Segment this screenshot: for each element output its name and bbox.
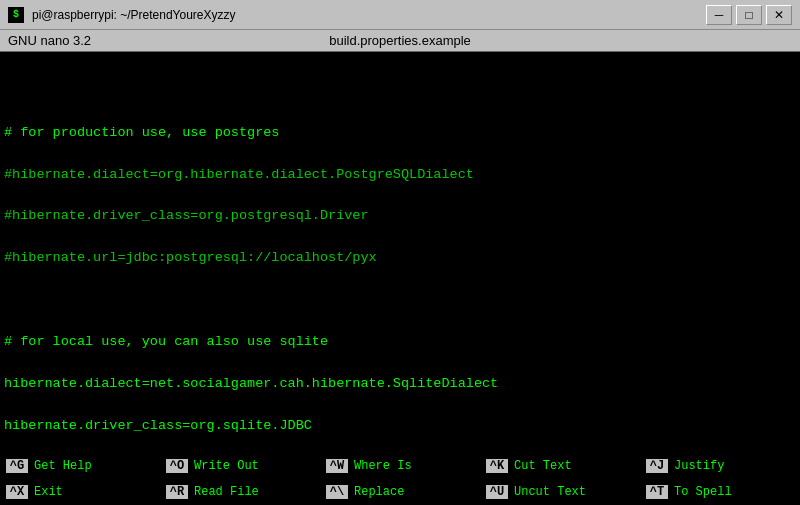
statusbar-row2: ^X Exit ^R Read File ^\ Replace ^U Uncut… [0,479,800,505]
key-gethelp: ^G [6,459,28,473]
editor-area[interactable]: # for production use, use postgres #hibe… [0,52,800,453]
line-3: #hibernate.dialect=org.hibernate.dialect… [4,165,796,186]
status-uncuttext: ^U Uncut Text [482,485,642,499]
label-uncuttext: Uncut Text [514,485,586,499]
line-1 [4,81,796,102]
label-exit: Exit [34,485,63,499]
key-writeout: ^O [166,459,188,473]
status-replace: ^\ Replace [322,485,482,499]
label-gethelp: Get Help [34,459,92,473]
label-replace: Replace [354,485,404,499]
app-window: $ pi@raspberrypi: ~/PretendYoureXyzzy ─ … [0,0,800,505]
titlebar-title: pi@raspberrypi: ~/PretendYoureXyzzy [32,8,236,22]
maximize-button[interactable]: □ [736,5,762,25]
label-tospell: To Spell [674,485,732,499]
line-6 [4,290,796,311]
terminal-icon: $ [8,7,24,23]
status-cuttext: ^K Cut Text [482,459,642,473]
label-whereis: Where Is [354,459,412,473]
statusbar: ^G Get Help ^O Write Out ^W Where Is ^K … [0,453,800,505]
status-exit: ^X Exit [2,485,162,499]
status-whereis: ^W Where Is [322,459,482,473]
key-readfile: ^R [166,485,188,499]
key-tospell: ^T [646,485,668,499]
key-replace: ^\ [326,485,348,499]
label-writeout: Write Out [194,459,259,473]
label-readfile: Read File [194,485,259,499]
titlebar-left: $ pi@raspberrypi: ~/PretendYoureXyzzy [8,7,236,23]
label-cuttext: Cut Text [514,459,572,473]
key-uncuttext: ^U [486,485,508,499]
line-7: # for local use, you can also use sqlite [4,332,796,353]
titlebar-controls: ─ □ ✕ [706,5,792,25]
status-justify: ^J Justify [642,459,800,473]
key-exit: ^X [6,485,28,499]
status-readfile: ^R Read File [162,485,322,499]
key-justify: ^J [646,459,668,473]
line-5: #hibernate.url=jdbc:postgresql://localho… [4,248,796,269]
line-2: # for production use, use postgres [4,123,796,144]
minimize-button[interactable]: ─ [706,5,732,25]
label-justify: Justify [674,459,724,473]
nano-version: GNU nano 3.2 [8,33,91,48]
nano-filename: build.properties.example [329,33,471,48]
close-button[interactable]: ✕ [766,5,792,25]
titlebar: $ pi@raspberrypi: ~/PretendYoureXyzzy ─ … [0,0,800,30]
status-writeout: ^O Write Out [162,459,322,473]
line-4: #hibernate.driver_class=org.postgresql.D… [4,206,796,227]
line-9: hibernate.driver_class=org.sqlite.JDBC [4,416,796,437]
status-gethelp: ^G Get Help [2,459,162,473]
status-tospell: ^T To Spell [642,485,800,499]
nano-header: GNU nano 3.2 build.properties.example [0,30,800,52]
key-whereis: ^W [326,459,348,473]
key-cuttext: ^K [486,459,508,473]
line-8: hibernate.dialect=net.socialgamer.cah.hi… [4,374,796,395]
statusbar-row1: ^G Get Help ^O Write Out ^W Where Is ^K … [0,453,800,479]
